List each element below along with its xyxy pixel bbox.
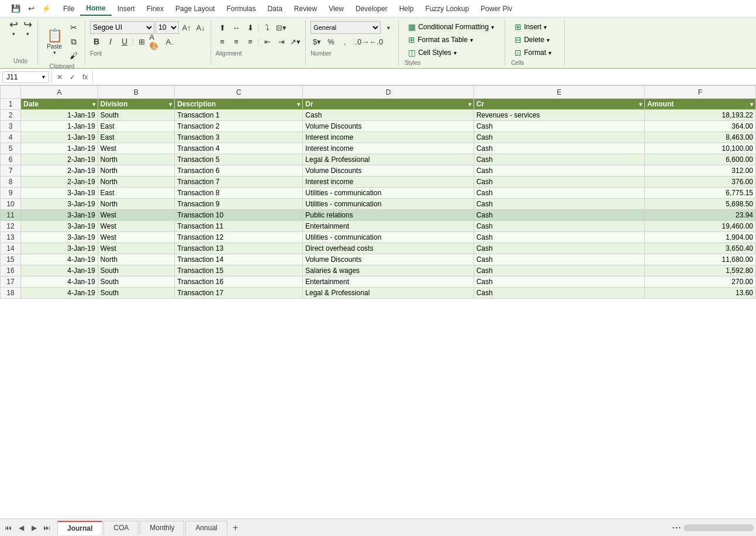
cell-description[interactable]: Transaction 14 (175, 254, 303, 265)
align-bottom-button[interactable]: ⬇ (244, 21, 257, 34)
cell-division[interactable]: North (98, 165, 175, 177)
cell-description[interactable]: Transaction 1 (175, 110, 303, 121)
font-shrink-button[interactable]: A↓ (194, 21, 207, 34)
table-row[interactable]: 4 1-Jan-19 East Transaction 3 Interest i… (1, 132, 756, 143)
cr-dropdown-icon[interactable]: ▾ (639, 101, 642, 108)
format-painter-button[interactable]: 🖌 (67, 49, 80, 62)
underline-button[interactable]: U (118, 35, 131, 48)
indent-decrease-button[interactable]: ⇤ (261, 35, 274, 48)
cell-amount[interactable]: 3,650.40 (644, 243, 755, 254)
cell-division[interactable]: North (98, 177, 175, 188)
cell-division[interactable]: East (98, 188, 175, 199)
orientation-button[interactable]: ↗▾ (289, 35, 302, 48)
cell-cr[interactable]: Cash (474, 265, 644, 276)
cell-description[interactable]: Transaction 13 (175, 243, 303, 254)
table-row[interactable]: 3 1-Jan-19 East Transaction 2 Volume Dis… (1, 121, 756, 132)
cell-cr[interactable]: Cash (474, 165, 644, 177)
bold-button[interactable]: B (90, 35, 103, 48)
cell-dr[interactable]: Cash (303, 110, 474, 121)
cell-description[interactable]: Transaction 2 (175, 121, 303, 132)
cell-amount[interactable]: 1,592.80 (644, 265, 755, 276)
cell-cr[interactable]: Cash (474, 254, 644, 265)
conditional-formatting-button[interactable]: ▦ Conditional Formatting ▾ (405, 21, 500, 33)
font-color-button[interactable]: A_ (163, 35, 176, 48)
tab-nav-last[interactable]: ⏭ (41, 522, 53, 534)
cell-date[interactable]: 1-Jan-19 (21, 110, 98, 121)
border-button[interactable]: ⊞ (135, 35, 148, 48)
number-format-expand[interactable]: ▾ (382, 21, 395, 34)
cell-division[interactable]: North (98, 199, 175, 210)
add-sheet-button[interactable]: + (229, 521, 243, 535)
cell-date[interactable]: 4-Jan-19 (21, 276, 98, 288)
format-as-table-button[interactable]: ⊞ Format as Table ▾ (405, 34, 500, 46)
cell-dr[interactable]: Utilities - communication (303, 188, 474, 199)
cell-date[interactable]: 3-Jan-19 (21, 221, 98, 232)
cell-dr[interactable]: Legal & Professional (303, 154, 474, 165)
cell-amount[interactable]: 13.60 (644, 288, 755, 299)
cell-cr[interactable]: Cash (474, 199, 644, 210)
cell-amount[interactable]: 8,463.00 (644, 132, 755, 143)
header-division[interactable]: Division ▾ (98, 99, 175, 110)
cell-ref-dropdown[interactable]: ▾ (42, 74, 45, 80)
menu-file[interactable]: File (57, 2, 80, 15)
italic-button[interactable]: I (104, 35, 117, 48)
undo-button[interactable]: ↩▾ (7, 21, 20, 34)
table-row[interactable]: 15 4-Jan-19 North Transaction 14 Volume … (1, 254, 756, 265)
cell-description[interactable]: Transaction 4 (175, 143, 303, 154)
cell-division[interactable]: North (98, 254, 175, 265)
date-dropdown-icon[interactable]: ▾ (92, 101, 95, 108)
table-row[interactable]: 10 3-Jan-19 North Transaction 9 Utilitie… (1, 199, 756, 210)
wrap-text-button[interactable]: ⤵ (261, 21, 274, 34)
menu-help[interactable]: Help (393, 2, 420, 15)
cell-date[interactable]: 3-Jan-19 (21, 232, 98, 243)
cell-division[interactable]: North (98, 154, 175, 165)
save-icon[interactable]: 💾 (9, 2, 22, 15)
menu-power-piv[interactable]: Power Piv (475, 2, 518, 15)
formula-cancel-button[interactable]: ✕ (54, 73, 65, 81)
align-top-button[interactable]: ⬆ (216, 21, 229, 34)
cell-description[interactable]: Transaction 10 (175, 210, 303, 221)
cell-date[interactable]: 2-Jan-19 (21, 165, 98, 177)
table-row[interactable]: 7 2-Jan-19 North Transaction 6 Volume Di… (1, 165, 756, 177)
menu-data[interactable]: Data (261, 2, 288, 15)
amount-dropdown-icon[interactable]: ▾ (750, 101, 753, 108)
table-row[interactable]: 11 3-Jan-19 West Transaction 10 Public r… (1, 210, 756, 221)
cell-dr[interactable]: Entertainment (303, 276, 474, 288)
col-header-C[interactable]: C (175, 86, 303, 99)
cell-cr[interactable]: Cash (474, 121, 644, 132)
paste-button[interactable]: 📋 Paste ▾ (44, 23, 65, 60)
horizontal-scrollbar[interactable] (683, 524, 754, 531)
cell-dr[interactable]: Salaries & wages (303, 265, 474, 276)
table-container[interactable]: A B C D E F 1 Date ▾ (0, 85, 756, 518)
cell-dr[interactable]: Interest income (303, 143, 474, 154)
header-dr[interactable]: Dr ▾ (303, 99, 474, 110)
cell-division[interactable]: West (98, 143, 175, 154)
cell-date[interactable]: 4-Jan-19 (21, 265, 98, 276)
menu-home[interactable]: Home (80, 2, 111, 16)
cell-cr[interactable]: Revenues - services (474, 110, 644, 121)
tab-nav-first[interactable]: ⏮ (2, 522, 14, 534)
align-right-button[interactable]: ≡ (244, 35, 257, 48)
cell-date[interactable]: 1-Jan-19 (21, 143, 98, 154)
cell-amount[interactable]: 6,600.00 (644, 154, 755, 165)
description-dropdown-icon[interactable]: ▾ (297, 101, 300, 108)
cell-amount[interactable]: 270.00 (644, 276, 755, 288)
cell-amount[interactable]: 376.00 (644, 177, 755, 188)
header-description[interactable]: Description ▾ (175, 99, 303, 110)
cell-cr[interactable]: Cash (474, 132, 644, 143)
menu-view[interactable]: View (323, 2, 350, 15)
cell-date[interactable]: 3-Jan-19 (21, 199, 98, 210)
cell-description[interactable]: Transaction 17 (175, 288, 303, 299)
cell-date[interactable]: 4-Jan-19 (21, 288, 98, 299)
number-format-select[interactable]: General (310, 21, 381, 34)
cell-description[interactable]: Transaction 11 (175, 221, 303, 232)
menu-review[interactable]: Review (288, 2, 323, 15)
cell-cr[interactable]: Cash (474, 243, 644, 254)
cell-cr[interactable]: Cash (474, 288, 644, 299)
cell-division[interactable]: East (98, 121, 175, 132)
cell-dr[interactable]: Volume Discounts (303, 121, 474, 132)
cell-description[interactable]: Transaction 16 (175, 276, 303, 288)
tab-journal[interactable]: Journal (57, 521, 102, 535)
table-row[interactable]: 14 3-Jan-19 West Transaction 13 Direct o… (1, 243, 756, 254)
cell-amount[interactable]: 18,193.22 (644, 110, 755, 121)
